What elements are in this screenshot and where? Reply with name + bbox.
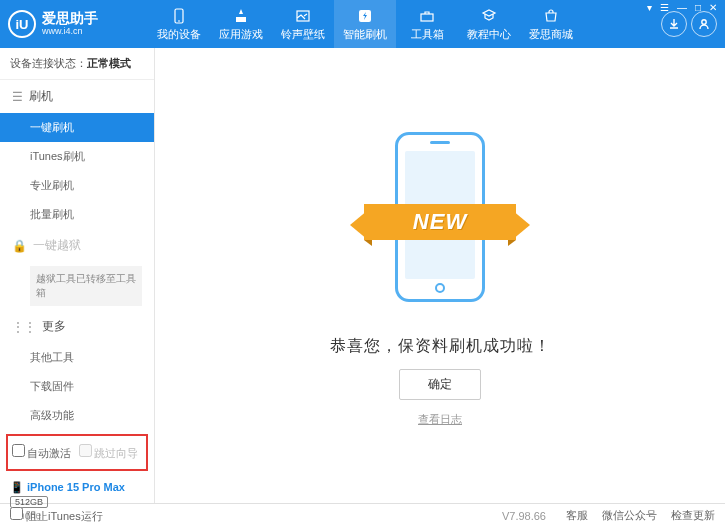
phone-illustration: NEW bbox=[360, 124, 520, 324]
window-minimize-icon[interactable]: — bbox=[677, 2, 687, 13]
version-label: V7.98.66 bbox=[502, 510, 546, 522]
svg-rect-2 bbox=[236, 17, 246, 22]
window-close-icon[interactable]: ✕ bbox=[709, 2, 717, 13]
window-dropdown-icon[interactable]: ▾ bbox=[647, 2, 652, 13]
nav-ringtone-wallpaper[interactable]: 铃声壁纸 bbox=[272, 0, 334, 48]
sidebar: 设备连接状态：正常模式 ☰ 刷机 一键刷机 iTunes刷机 专业刷机 批量刷机… bbox=[0, 48, 155, 503]
toolbox-icon bbox=[418, 7, 436, 25]
footer-wechat[interactable]: 微信公众号 bbox=[602, 508, 657, 523]
block-itunes-checkbox[interactable]: 阻止iTunes运行 bbox=[10, 507, 103, 524]
nav-my-device[interactable]: 我的设备 bbox=[148, 0, 210, 48]
app-header: iU 爱思助手 www.i4.cn 我的设备 应用游戏 铃声壁纸 智能刷机 工具… bbox=[0, 0, 725, 48]
top-nav: 我的设备 应用游戏 铃声壁纸 智能刷机 工具箱 教程中心 爱思商城 bbox=[148, 0, 661, 48]
phone-icon bbox=[170, 7, 188, 25]
nav-smart-flash[interactable]: 智能刷机 bbox=[334, 0, 396, 48]
main-content: NEW 恭喜您，保资料刷机成功啦！ 确定 查看日志 bbox=[155, 48, 725, 503]
new-ribbon: NEW bbox=[364, 204, 516, 240]
view-log-link[interactable]: 查看日志 bbox=[418, 412, 462, 427]
logo-area: iU 爱思助手 www.i4.cn bbox=[8, 10, 148, 38]
sidebar-item-pro-flash[interactable]: 专业刷机 bbox=[0, 171, 154, 200]
wallpaper-icon bbox=[294, 7, 312, 25]
jailbreak-note: 越狱工具已转移至工具箱 bbox=[30, 266, 142, 306]
apps-icon bbox=[232, 7, 250, 25]
activation-options: 自动激活 跳过向导 bbox=[6, 434, 148, 471]
svg-point-6 bbox=[702, 20, 706, 24]
lock-icon: 🔒 bbox=[12, 239, 27, 253]
more-icon: ⋮⋮ bbox=[12, 320, 36, 334]
sidebar-item-itunes-flash[interactable]: iTunes刷机 bbox=[0, 142, 154, 171]
window-maximize-icon[interactable]: □ bbox=[695, 2, 701, 13]
device-name: iPhone 15 Pro Max bbox=[27, 481, 125, 493]
app-name: 爱思助手 bbox=[42, 11, 98, 26]
auto-activate-checkbox[interactable]: 自动激活 bbox=[12, 444, 71, 461]
device-status: 设备连接状态：正常模式 bbox=[0, 48, 154, 80]
sidebar-item-batch-flash[interactable]: 批量刷机 bbox=[0, 200, 154, 229]
sidebar-item-advanced[interactable]: 高级功能 bbox=[0, 401, 154, 430]
tutorial-icon bbox=[480, 7, 498, 25]
window-controls: ▾ ☰ — □ ✕ bbox=[647, 2, 717, 13]
sidebar-group-jailbreak: 🔒 一键越狱 bbox=[0, 229, 154, 262]
ok-button[interactable]: 确定 bbox=[399, 369, 481, 400]
header-right bbox=[661, 11, 717, 37]
skip-guide-checkbox[interactable]: 跳过向导 bbox=[79, 444, 138, 461]
nav-store[interactable]: 爱思商城 bbox=[520, 0, 582, 48]
download-icon[interactable] bbox=[661, 11, 687, 37]
nav-tutorials[interactable]: 教程中心 bbox=[458, 0, 520, 48]
store-icon bbox=[542, 7, 560, 25]
nav-apps-games[interactable]: 应用游戏 bbox=[210, 0, 272, 48]
nav-toolbox[interactable]: 工具箱 bbox=[396, 0, 458, 48]
footer-check-update[interactable]: 检查更新 bbox=[671, 508, 715, 523]
svg-rect-5 bbox=[421, 14, 433, 21]
list-icon: ☰ bbox=[12, 90, 23, 104]
window-menu-icon[interactable]: ☰ bbox=[660, 2, 669, 13]
sidebar-group-more[interactable]: ⋮⋮ 更多 bbox=[0, 310, 154, 343]
sidebar-item-oneclick-flash[interactable]: 一键刷机 bbox=[0, 113, 154, 142]
sidebar-group-flash[interactable]: ☰ 刷机 bbox=[0, 80, 154, 113]
sidebar-item-other-tools[interactable]: 其他工具 bbox=[0, 343, 154, 372]
logo-icon: iU bbox=[8, 10, 36, 38]
flash-icon bbox=[356, 7, 374, 25]
user-icon[interactable] bbox=[691, 11, 717, 37]
sidebar-item-download-firmware[interactable]: 下载固件 bbox=[0, 372, 154, 401]
footer-support[interactable]: 客服 bbox=[566, 508, 588, 523]
app-url: www.i4.cn bbox=[42, 27, 98, 37]
success-message: 恭喜您，保资料刷机成功啦！ bbox=[330, 336, 551, 357]
